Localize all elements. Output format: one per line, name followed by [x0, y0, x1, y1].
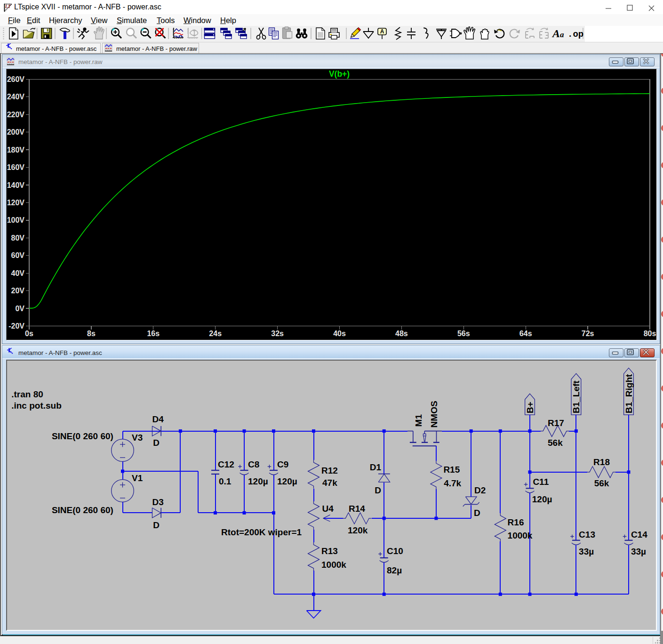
- svg-text:C9: C9: [277, 459, 288, 469]
- svg-text:120k: 120k: [348, 525, 368, 535]
- svg-text:D3: D3: [152, 497, 164, 507]
- svg-text:120µ: 120µ: [248, 476, 268, 486]
- svg-text:SINE(0 260 60): SINE(0 260 60): [52, 505, 113, 515]
- svg-text:Rtot=200K wiper=1: Rtot=200K wiper=1: [221, 527, 302, 537]
- svg-text:40V: 40V: [11, 269, 25, 277]
- svg-text:56s: 56s: [457, 330, 470, 338]
- svg-text:C8: C8: [248, 459, 259, 469]
- svg-text:24s: 24s: [209, 330, 222, 338]
- svg-text:40s: 40s: [333, 330, 346, 338]
- svg-text:100V: 100V: [7, 216, 25, 224]
- svg-text:0V: 0V: [15, 305, 24, 313]
- svg-text:0s: 0s: [25, 330, 33, 338]
- svg-text:D4: D4: [152, 414, 164, 424]
- svg-text:56k: 56k: [548, 438, 563, 448]
- svg-text:.op: .op: [567, 29, 583, 40]
- svg-text:8s: 8s: [87, 330, 96, 338]
- svg-text:20V: 20V: [11, 287, 25, 295]
- svg-text:140V: 140V: [7, 181, 25, 189]
- svg-text:C12: C12: [218, 459, 234, 469]
- svg-text:B1_Left: B1_Left: [571, 380, 581, 413]
- svg-text:V3: V3: [132, 433, 143, 443]
- svg-text:72s: 72s: [582, 330, 594, 338]
- svg-text:D: D: [153, 438, 160, 448]
- svg-text:a: a: [560, 30, 564, 39]
- svg-text:80s: 80s: [644, 330, 656, 338]
- svg-text:R18: R18: [593, 457, 610, 467]
- svg-text:120V: 120V: [7, 199, 25, 207]
- svg-text:R14: R14: [349, 504, 365, 514]
- svg-text:16s: 16s: [147, 330, 160, 338]
- svg-text:60V: 60V: [11, 251, 25, 259]
- svg-text:.tran 80: .tran 80: [11, 389, 43, 399]
- svg-text:4.7k: 4.7k: [444, 478, 461, 488]
- svg-text:C13: C13: [579, 530, 595, 539]
- svg-text:R16: R16: [508, 517, 524, 527]
- svg-text:82µ: 82µ: [387, 565, 402, 575]
- svg-text:56k: 56k: [594, 478, 609, 488]
- svg-text:0.1: 0.1: [219, 476, 232, 486]
- svg-text:47k: 47k: [322, 478, 337, 488]
- svg-text:C14: C14: [631, 530, 647, 539]
- svg-text:D: D: [375, 485, 381, 495]
- svg-text:180V: 180V: [7, 146, 25, 154]
- svg-text:NMOS: NMOS: [429, 401, 439, 427]
- svg-text:V(b+): V(b+): [329, 69, 350, 79]
- svg-text:B+: B+: [525, 402, 535, 413]
- svg-text:D: D: [153, 520, 160, 530]
- svg-text:D: D: [474, 508, 480, 518]
- svg-text:SINE(0 260 60): SINE(0 260 60): [52, 431, 113, 441]
- svg-text:R17: R17: [548, 418, 564, 428]
- svg-text:220V: 220V: [7, 111, 25, 119]
- svg-text:260V: 260V: [7, 75, 25, 83]
- svg-text:200V: 200V: [7, 128, 25, 136]
- svg-text:V1: V1: [132, 473, 143, 483]
- svg-text:C11: C11: [533, 477, 549, 487]
- svg-text:120µ: 120µ: [532, 494, 552, 504]
- svg-text:64s: 64s: [519, 330, 532, 338]
- svg-text:D1: D1: [370, 462, 382, 472]
- svg-text:R15: R15: [443, 465, 460, 475]
- svg-text:120µ: 120µ: [277, 476, 297, 486]
- svg-text:B1_Right: B1_Right: [624, 374, 634, 413]
- svg-text:32s: 32s: [271, 330, 284, 338]
- svg-text:33µ: 33µ: [631, 547, 646, 556]
- svg-text:33µ: 33µ: [579, 547, 594, 556]
- svg-text:D2: D2: [474, 485, 486, 495]
- svg-text:R12: R12: [321, 466, 338, 475]
- svg-text:160V: 160V: [7, 163, 25, 171]
- svg-text:LT: LT: [5, 4, 11, 9]
- svg-text:U4: U4: [322, 504, 334, 514]
- svg-text:48s: 48s: [395, 330, 408, 338]
- svg-text:A: A: [380, 28, 384, 35]
- svg-text:1000k: 1000k: [321, 560, 346, 570]
- svg-text:1000k: 1000k: [508, 531, 533, 540]
- svg-text:M1: M1: [414, 414, 423, 427]
- svg-text:A: A: [551, 27, 560, 40]
- svg-text:.inc pot.sub: .inc pot.sub: [11, 401, 62, 411]
- svg-text:R13: R13: [321, 546, 338, 556]
- svg-text:80V: 80V: [11, 234, 25, 242]
- svg-text:240V: 240V: [7, 93, 25, 101]
- svg-text:C10: C10: [387, 546, 403, 556]
- svg-text:-20V: -20V: [8, 322, 24, 330]
